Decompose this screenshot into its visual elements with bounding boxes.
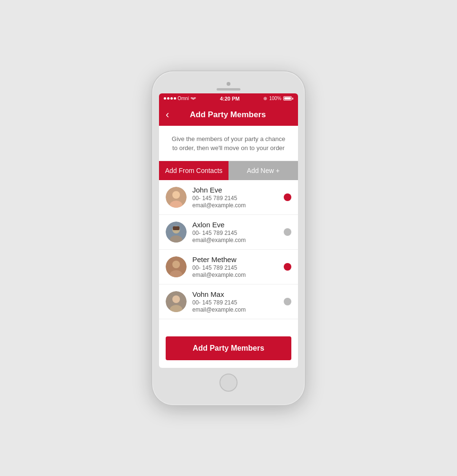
battery-body <box>283 96 292 101</box>
contact-phone: 00- 145 789 2145 <box>192 195 278 202</box>
tab-add-from-contacts[interactable]: Add From Contacts <box>159 161 228 180</box>
status-right: ⊕ 100% <box>263 96 293 101</box>
contact-item-axlon-eve[interactable]: Axlon Eve 00- 145 789 2145 email@example… <box>159 215 298 250</box>
contact-email: email@example.com <box>192 237 278 243</box>
contact-phone: 00- 145 789 2145 <box>192 264 278 271</box>
phone-camera <box>227 82 230 86</box>
location-icon: ⊕ <box>263 96 267 101</box>
app-header: ‹ Add Party Members <box>159 104 298 126</box>
select-indicator-peter-methew[interactable] <box>284 263 291 271</box>
signal-dot-3 <box>170 97 173 100</box>
signal-dot-4 <box>174 97 176 100</box>
avatar-axlon-eve <box>166 222 187 243</box>
tab-bar: Add From Contacts Add New + <box>159 161 298 180</box>
page-title: Add Party Members <box>174 110 282 120</box>
contact-name: Vohn Max <box>192 290 278 298</box>
phone-device: Omni 4:20 PM ⊕ 100% <box>152 71 305 405</box>
home-button[interactable] <box>219 374 238 392</box>
contact-info-axlon-eve: Axlon Eve 00- 145 789 2145 email@example… <box>192 221 278 243</box>
signal-dot-1 <box>164 97 166 100</box>
contact-item-john-eve[interactable]: John Eve 00- 145 789 2145 email@example.… <box>159 180 298 215</box>
battery-fill <box>284 97 291 100</box>
spacer <box>159 319 298 327</box>
contact-phone: 00- 145 789 2145 <box>192 230 278 236</box>
wifi-icon <box>190 96 196 101</box>
status-time: 4:20 PM <box>220 96 240 101</box>
select-indicator-john-eve[interactable] <box>284 193 291 201</box>
contact-email: email@example.com <box>192 306 278 313</box>
back-button[interactable]: ‹ <box>166 110 169 120</box>
contact-info-peter-methew: Peter Methew 00- 145 789 2145 email@exam… <box>192 255 278 278</box>
signal-dots <box>164 97 176 100</box>
status-bar: Omni 4:20 PM ⊕ 100% <box>159 93 298 104</box>
tab-add-new[interactable]: Add New + <box>228 161 298 180</box>
select-indicator-axlon-eve[interactable] <box>284 228 291 236</box>
svg-rect-6 <box>173 226 179 230</box>
phone-bottom <box>159 368 298 398</box>
contact-list: John Eve 00- 145 789 2145 email@example.… <box>159 180 298 319</box>
battery-icon <box>283 96 293 101</box>
description-text: Give the members of your party a chance … <box>159 126 298 161</box>
contact-item-vohn-max[interactable]: Vohn Max 00- 145 789 2145 email@example.… <box>159 284 298 319</box>
svg-point-8 <box>172 261 180 268</box>
avatar-vohn-max <box>166 291 187 312</box>
phone-screen: Omni 4:20 PM ⊕ 100% <box>159 93 298 368</box>
avatar-john-eve <box>166 187 187 208</box>
select-indicator-vohn-max[interactable] <box>284 298 291 305</box>
contact-info-vohn-max: Vohn Max 00- 145 789 2145 email@example.… <box>192 290 278 313</box>
contact-email: email@example.com <box>192 272 278 278</box>
svg-point-1 <box>172 191 180 199</box>
svg-point-11 <box>172 295 180 303</box>
contact-item-peter-methew[interactable]: Peter Methew 00- 145 789 2145 email@exam… <box>159 250 298 284</box>
avatar-peter-methew <box>166 256 187 277</box>
contact-info-john-eve: John Eve 00- 145 789 2145 email@example.… <box>192 186 278 209</box>
contact-name: Peter Methew <box>192 255 278 263</box>
phone-top-bar <box>159 78 298 93</box>
contact-phone: 00- 145 789 2145 <box>192 299 278 306</box>
status-left: Omni <box>164 96 196 101</box>
phone-speaker <box>217 88 240 91</box>
battery-percent: 100% <box>269 96 281 101</box>
add-party-members-button[interactable]: Add Party Members <box>166 336 291 360</box>
battery-tip <box>292 98 293 100</box>
contact-email: email@example.com <box>192 202 278 209</box>
signal-dot-2 <box>167 97 169 100</box>
carrier-name: Omni <box>178 96 189 101</box>
contact-name: John Eve <box>192 186 278 194</box>
contact-name: Axlon Eve <box>192 221 278 229</box>
